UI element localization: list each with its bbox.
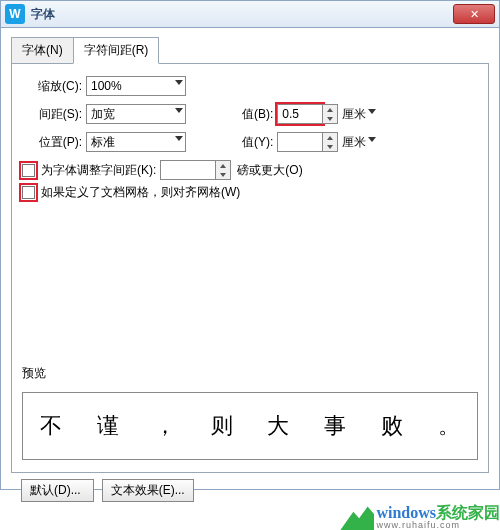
valb-unit[interactable]: 厘米 xyxy=(342,106,378,123)
dialog-body: 字体(N) 字符间距(R) 缩放(C): 100% 间距(S): 加宽 值(B)… xyxy=(0,28,500,490)
app-icon: W xyxy=(5,4,25,24)
tab-font[interactable]: 字体(N) xyxy=(11,37,74,64)
kerning-label: 为字体调整字间距(K): xyxy=(41,162,156,179)
chevron-down-icon xyxy=(368,109,376,114)
preview-label: 预览 xyxy=(22,365,46,382)
valy-input[interactable] xyxy=(277,132,323,152)
preview-box: 不 谨 ， 则 大 事 败 。 xyxy=(22,392,478,460)
valy-spinner[interactable] xyxy=(323,132,338,152)
tab-spacing[interactable]: 字符间距(R) xyxy=(73,37,160,64)
text-effects-button[interactable]: 文本效果(E)... xyxy=(102,479,194,502)
kerning-suffix: 磅或更大(O) xyxy=(237,162,302,179)
valy-label: 值(Y): xyxy=(242,134,273,151)
footer: 默认(D)... 文本效果(E)... xyxy=(11,473,489,508)
title-bar: W 字体 ✕ xyxy=(0,0,500,28)
chevron-down-icon xyxy=(368,137,376,142)
spacing-label: 间距(S): xyxy=(22,106,82,123)
tab-panel: 缩放(C): 100% 间距(S): 加宽 值(B): 0.5 厘米 位置(P)… xyxy=(11,63,489,473)
position-value: 标准 xyxy=(91,134,115,151)
chevron-down-icon xyxy=(175,80,183,85)
kerning-value-input[interactable] xyxy=(160,160,216,180)
tab-strip: 字体(N) 字符间距(R) xyxy=(11,36,489,63)
spacing-combo[interactable]: 加宽 xyxy=(86,104,186,124)
valb-spinner[interactable] xyxy=(323,104,338,124)
valb-input[interactable]: 0.5 xyxy=(277,104,323,124)
scale-value: 100% xyxy=(91,79,122,93)
kerning-spinner[interactable] xyxy=(216,160,231,180)
window-title: 字体 xyxy=(31,6,453,23)
spacing-value: 加宽 xyxy=(91,106,115,123)
snap-checkbox[interactable] xyxy=(22,186,35,199)
snap-label: 如果定义了文档网格，则对齐网格(W) xyxy=(41,184,240,201)
scale-label: 缩放(C): xyxy=(22,78,82,95)
position-label: 位置(P): xyxy=(22,134,82,151)
scale-combo[interactable]: 100% xyxy=(86,76,186,96)
chevron-down-icon xyxy=(175,108,183,113)
valy-unit[interactable]: 厘米 xyxy=(342,134,378,151)
chevron-down-icon xyxy=(175,136,183,141)
position-combo[interactable]: 标准 xyxy=(86,132,186,152)
kerning-checkbox[interactable] xyxy=(22,164,35,177)
default-button[interactable]: 默认(D)... xyxy=(21,479,94,502)
close-button[interactable]: ✕ xyxy=(453,4,495,24)
valb-label: 值(B): xyxy=(242,106,273,123)
